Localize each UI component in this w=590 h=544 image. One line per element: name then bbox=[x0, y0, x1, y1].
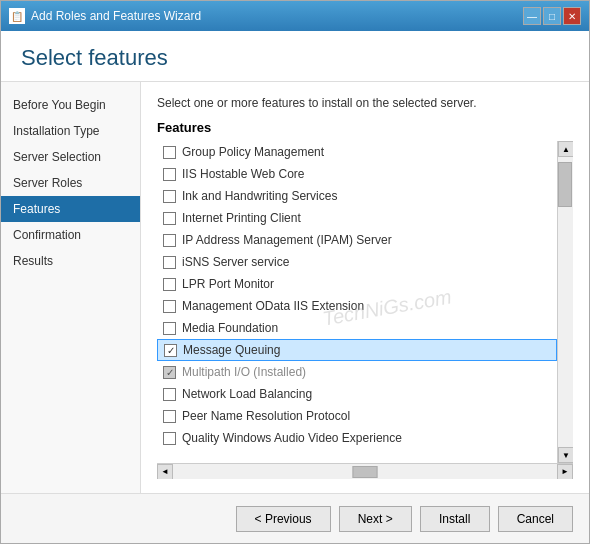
feature-wrapper-network-load: Network Load Balancing bbox=[157, 383, 557, 405]
minimize-button[interactable]: — bbox=[523, 7, 541, 25]
title-bar: 📋 Add Roles and Features Wizard — □ ✕ bbox=[1, 1, 589, 31]
feature-item-iis-hostable[interactable]: IIS Hostable Web Core bbox=[157, 163, 557, 185]
feature-wrapper-management-odata: Management OData IIS Extension bbox=[157, 295, 557, 317]
install-button[interactable]: Install bbox=[420, 506, 490, 532]
sidebar-item-server-roles[interactable]: Server Roles bbox=[1, 170, 140, 196]
feature-checkbox-media-foundation[interactable] bbox=[163, 322, 176, 335]
feature-wrapper-internet-printing: Internet Printing Client bbox=[157, 207, 557, 229]
feature-label-group-policy: Group Policy Management bbox=[182, 145, 324, 159]
feature-checkbox-ink-handwriting[interactable] bbox=[163, 190, 176, 203]
feature-checkbox-quality-windows[interactable] bbox=[163, 432, 176, 445]
next-button[interactable]: Next > bbox=[339, 506, 412, 532]
close-button[interactable]: ✕ bbox=[563, 7, 581, 25]
feature-checkbox-multipath-io[interactable]: ✓ bbox=[163, 366, 176, 379]
feature-item-media-foundation[interactable]: Media Foundation bbox=[157, 317, 557, 339]
feature-checkbox-lpr-port[interactable] bbox=[163, 278, 176, 291]
hscroll-thumb[interactable] bbox=[353, 466, 378, 478]
sidebar-item-results[interactable]: Results bbox=[1, 248, 140, 274]
feature-wrapper-lpr-port: LPR Port Monitor bbox=[157, 273, 557, 295]
feature-checkbox-message-queuing[interactable]: ✓ bbox=[164, 344, 177, 357]
scroll-up-arrow[interactable]: ▲ bbox=[558, 141, 573, 157]
feature-wrapper-ip-address: IP Address Management (IPAM) Server bbox=[157, 229, 557, 251]
feature-label-iis-hostable: IIS Hostable Web Core bbox=[182, 167, 305, 181]
feature-item-management-odata[interactable]: Management OData IIS Extension bbox=[157, 295, 557, 317]
feature-label-peer-name: Peer Name Resolution Protocol bbox=[182, 409, 350, 423]
hscroll-track bbox=[173, 464, 557, 480]
feature-label-internet-printing: Internet Printing Client bbox=[182, 211, 301, 225]
feature-checkbox-ip-address[interactable] bbox=[163, 234, 176, 247]
feature-label-ink-handwriting: Ink and Handwriting Services bbox=[182, 189, 337, 203]
vertical-scrollbar[interactable]: ▲ ▼ bbox=[557, 141, 573, 463]
window-icon: 📋 bbox=[9, 8, 25, 24]
cancel-button[interactable]: Cancel bbox=[498, 506, 573, 532]
hscroll-right-arrow[interactable]: ► bbox=[557, 464, 573, 480]
feature-item-isns[interactable]: iSNS Server service bbox=[157, 251, 557, 273]
feature-wrapper-quality-windows: Quality Windows Audio Video Experience bbox=[157, 427, 557, 449]
feature-wrapper-iis-hostable: IIS Hostable Web Core bbox=[157, 163, 557, 185]
scroll-track bbox=[558, 157, 573, 447]
feature-label-network-load: Network Load Balancing bbox=[182, 387, 312, 401]
main-content: Before You BeginInstallation TypeServer … bbox=[1, 82, 589, 493]
sidebar-item-server-selection[interactable]: Server Selection bbox=[1, 144, 140, 170]
feature-wrapper-isns: iSNS Server service bbox=[157, 251, 557, 273]
hscroll-left-arrow[interactable]: ◄ bbox=[157, 464, 173, 480]
feature-label-management-odata: Management OData IIS Extension bbox=[182, 299, 364, 313]
sidebar-item-before-you-begin[interactable]: Before You Begin bbox=[1, 92, 140, 118]
features-wrapper: Group Policy ManagementIIS Hostable Web … bbox=[157, 141, 573, 479]
feature-wrapper-multipath-io: ✓Multipath I/O (Installed) bbox=[157, 361, 557, 383]
features-label: Features bbox=[157, 120, 573, 135]
title-bar-left: 📋 Add Roles and Features Wizard bbox=[9, 8, 201, 24]
feature-label-media-foundation: Media Foundation bbox=[182, 321, 278, 335]
feature-item-ip-address[interactable]: IP Address Management (IPAM) Server bbox=[157, 229, 557, 251]
feature-item-network-load[interactable]: Network Load Balancing bbox=[157, 383, 557, 405]
feature-wrapper-message-queuing: ▶✓Message Queuing bbox=[157, 339, 557, 361]
feature-checkbox-iis-hostable[interactable] bbox=[163, 168, 176, 181]
wizard-window: 📋 Add Roles and Features Wizard — □ ✕ Se… bbox=[0, 0, 590, 544]
window-title: Add Roles and Features Wizard bbox=[31, 9, 201, 23]
previous-button[interactable]: < Previous bbox=[236, 506, 331, 532]
sidebar: Before You BeginInstallation TypeServer … bbox=[1, 82, 141, 493]
feature-item-message-queuing[interactable]: ✓Message Queuing bbox=[157, 339, 557, 361]
feature-item-lpr-port[interactable]: LPR Port Monitor bbox=[157, 273, 557, 295]
feature-checkbox-network-load[interactable] bbox=[163, 388, 176, 401]
scroll-thumb[interactable] bbox=[558, 162, 572, 207]
feature-label-multipath-io: Multipath I/O (Installed) bbox=[182, 365, 306, 379]
feature-item-multipath-io[interactable]: ✓Multipath I/O (Installed) bbox=[157, 361, 557, 383]
feature-item-quality-windows[interactable]: Quality Windows Audio Video Experience bbox=[157, 427, 557, 449]
footer: < Previous Next > Install Cancel bbox=[1, 493, 589, 543]
feature-item-group-policy[interactable]: Group Policy Management bbox=[157, 141, 557, 163]
feature-item-peer-name[interactable]: Peer Name Resolution Protocol bbox=[157, 405, 557, 427]
feature-wrapper-group-policy: Group Policy Management bbox=[157, 141, 557, 163]
sidebar-item-confirmation[interactable]: Confirmation bbox=[1, 222, 140, 248]
feature-label-message-queuing: Message Queuing bbox=[183, 343, 280, 357]
title-bar-controls: — □ ✕ bbox=[523, 7, 581, 25]
feature-label-ip-address: IP Address Management (IPAM) Server bbox=[182, 233, 392, 247]
feature-checkbox-group-policy[interactable] bbox=[163, 146, 176, 159]
sidebar-item-features[interactable]: Features bbox=[1, 196, 140, 222]
features-list: Group Policy ManagementIIS Hostable Web … bbox=[157, 141, 557, 463]
feature-wrapper-ink-handwriting: Ink and Handwriting Services bbox=[157, 185, 557, 207]
description-text: Select one or more features to install o… bbox=[157, 96, 573, 110]
feature-checkbox-peer-name[interactable] bbox=[163, 410, 176, 423]
feature-label-isns: iSNS Server service bbox=[182, 255, 289, 269]
feature-label-quality-windows: Quality Windows Audio Video Experience bbox=[182, 431, 402, 445]
feature-checkbox-internet-printing[interactable] bbox=[163, 212, 176, 225]
scroll-down-arrow[interactable]: ▼ bbox=[558, 447, 573, 463]
feature-item-ink-handwriting[interactable]: Ink and Handwriting Services bbox=[157, 185, 557, 207]
page-title: Select features bbox=[21, 45, 569, 71]
feature-checkbox-isns[interactable] bbox=[163, 256, 176, 269]
list-and-scroll: Group Policy ManagementIIS Hostable Web … bbox=[157, 141, 573, 463]
feature-wrapper-media-foundation: Media Foundation bbox=[157, 317, 557, 339]
maximize-button[interactable]: □ bbox=[543, 7, 561, 25]
feature-item-internet-printing[interactable]: Internet Printing Client bbox=[157, 207, 557, 229]
feature-wrapper-peer-name: Peer Name Resolution Protocol bbox=[157, 405, 557, 427]
feature-checkbox-management-odata[interactable] bbox=[163, 300, 176, 313]
header-section: Select features bbox=[1, 31, 589, 82]
content-area: Select one or more features to install o… bbox=[141, 82, 589, 493]
feature-label-lpr-port: LPR Port Monitor bbox=[182, 277, 274, 291]
sidebar-item-installation-type[interactable]: Installation Type bbox=[1, 118, 140, 144]
horizontal-scrollbar[interactable]: ◄ ► bbox=[157, 463, 573, 479]
